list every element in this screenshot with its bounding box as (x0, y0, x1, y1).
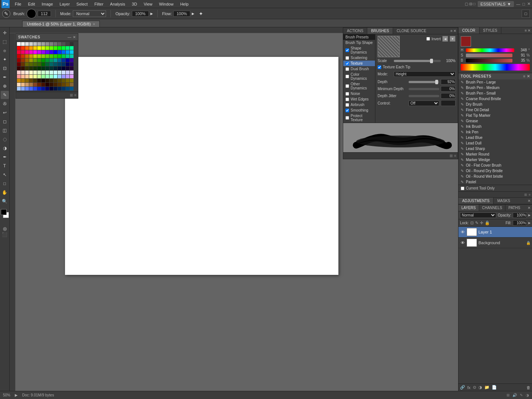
swatch-item[interactable] (25, 50, 29, 54)
swatch-item[interactable] (33, 79, 37, 82)
swatch-item[interactable] (70, 62, 74, 66)
type-tool[interactable]: T (1, 162, 9, 170)
swatch-item[interactable] (21, 66, 25, 70)
current-tool-only-checkbox[interactable] (461, 187, 464, 190)
swatch-item[interactable] (66, 87, 69, 91)
lasso-tool[interactable]: ⌾ (1, 47, 9, 55)
airbrush-check[interactable] (345, 103, 349, 107)
swatch-item[interactable] (62, 58, 65, 62)
color-panel-close[interactable]: ✕ (528, 28, 531, 33)
tool-preset-item[interactable]: ✎Lead Blue (458, 135, 532, 140)
depth-jitter-input[interactable] (441, 93, 456, 99)
tab-color[interactable]: COLOR (458, 27, 480, 34)
swatch-item[interactable] (41, 87, 45, 91)
swatch-item[interactable] (66, 83, 69, 86)
scale-slider[interactable] (394, 60, 441, 62)
swatch-item[interactable] (70, 54, 74, 58)
tab-masks[interactable]: MASKS (494, 198, 514, 204)
opacity-arrow[interactable]: ▶ (528, 214, 531, 217)
hue-slider[interactable] (466, 48, 514, 52)
swatch-item[interactable] (70, 75, 74, 78)
menu-file[interactable]: File (12, 1, 24, 7)
swatch-item[interactable] (50, 83, 53, 86)
swatch-item[interactable] (29, 83, 33, 86)
swatch-item[interactable] (37, 54, 41, 58)
swatch-item[interactable] (21, 87, 25, 91)
swatch-item[interactable] (17, 50, 21, 54)
other-dynamics-check[interactable] (345, 84, 349, 88)
color-panel-menu[interactable]: ≡ (525, 28, 527, 33)
swatch-item[interactable] (66, 54, 69, 58)
swatch-item[interactable] (29, 54, 33, 58)
tool-preset-item[interactable]: ✎Fine Oil Detail (458, 107, 532, 113)
swatch-item[interactable] (37, 83, 41, 86)
swatch-item[interactable] (21, 79, 25, 82)
brush-smoothing-item[interactable]: Smoothing (343, 108, 375, 113)
swatch-item[interactable] (37, 46, 41, 50)
tab-brushes[interactable]: BRUSHES (367, 28, 393, 34)
maximize-button[interactable]: □ (522, 2, 525, 6)
quick-mask-button[interactable]: ◎ (3, 226, 7, 231)
swatch-item[interactable] (62, 79, 65, 82)
swatch-item[interactable] (33, 50, 37, 54)
tool-preset-item[interactable]: ✎Pastel (458, 179, 532, 185)
depth-slider-thumb[interactable] (435, 80, 438, 84)
flow-arrow[interactable]: ▶ (192, 12, 194, 16)
tool-preset-item[interactable]: ✎Ink Brush (458, 124, 532, 129)
swatch-item[interactable] (50, 46, 53, 50)
swatch-item[interactable] (17, 42, 21, 46)
tab-styles[interactable]: STYLES (480, 27, 501, 34)
swatch-item[interactable] (41, 42, 45, 46)
foreground-color-swatch[interactable] (1, 209, 7, 215)
brush-color-dynamics-item[interactable]: Color Dynamics (343, 72, 375, 81)
swatch-item[interactable] (29, 42, 33, 46)
airbrush-icon[interactable]: ✦ (199, 11, 203, 17)
swatch-item[interactable] (25, 62, 29, 66)
swatch-item[interactable] (62, 87, 65, 91)
swatch-item[interactable] (21, 50, 25, 54)
swatch-item[interactable] (62, 54, 65, 58)
status-icon-3[interactable]: ✎ (520, 393, 523, 397)
brush-panel-close[interactable]: ✕ (453, 29, 456, 33)
swatch-item[interactable] (25, 58, 29, 62)
swatch-item[interactable] (21, 75, 25, 78)
pen-tool[interactable]: ✒ (1, 153, 9, 161)
swatch-item[interactable] (66, 62, 69, 66)
tool-preset-item[interactable]: ✎Marker Round (458, 151, 532, 157)
swatch-item[interactable] (62, 50, 65, 54)
swatch-item[interactable] (54, 62, 57, 66)
swatch-item[interactable] (33, 62, 37, 66)
swatch-item[interactable] (70, 46, 74, 50)
min-depth-slider[interactable] (409, 88, 439, 90)
swatch-item[interactable] (62, 42, 65, 46)
swatch-item[interactable] (41, 58, 45, 62)
brightness-slider[interactable] (466, 59, 512, 62)
scale-slider-thumb[interactable] (430, 59, 433, 63)
eyedropper-tool[interactable]: ✒ (1, 73, 9, 81)
brush-texture-item[interactable]: Texture (343, 61, 375, 66)
zoom-tool[interactable]: 🔍 (1, 197, 9, 205)
menu-filter[interactable]: Filter (91, 1, 106, 7)
status-arrow[interactable]: ▶ (15, 393, 18, 397)
dodge-tool[interactable]: ◑ (1, 144, 9, 152)
swatch-item[interactable] (58, 79, 61, 82)
swatch-item[interactable] (21, 58, 25, 62)
swatch-item[interactable] (25, 42, 29, 46)
swatch-item[interactable] (58, 58, 61, 62)
swatch-item[interactable] (41, 54, 45, 58)
swatch-item[interactable] (37, 58, 41, 62)
tool-presets-close[interactable]: ✕ (527, 74, 530, 78)
swatch-item[interactable] (50, 62, 53, 66)
layer-item-background[interactable]: 👁 Background 🔒 (458, 238, 532, 248)
swatch-item[interactable] (54, 46, 57, 50)
swatch-item[interactable] (41, 62, 45, 66)
layer1-eye-icon[interactable]: 👁 (460, 229, 465, 235)
magic-wand-tool[interactable]: ✦ (1, 55, 9, 64)
swatch-item[interactable] (50, 50, 53, 54)
tab-adjustments[interactable]: ADJUSTMENTS (458, 198, 494, 204)
delete-layer-icon[interactable]: 🗑 (526, 385, 531, 390)
protect-texture-check[interactable] (345, 116, 349, 120)
tool-presets-footer-icon1[interactable]: ⊞ (524, 193, 527, 197)
brush-other-dynamics-item[interactable]: Other Dynamics (343, 81, 375, 91)
swatch-item[interactable] (25, 79, 29, 82)
